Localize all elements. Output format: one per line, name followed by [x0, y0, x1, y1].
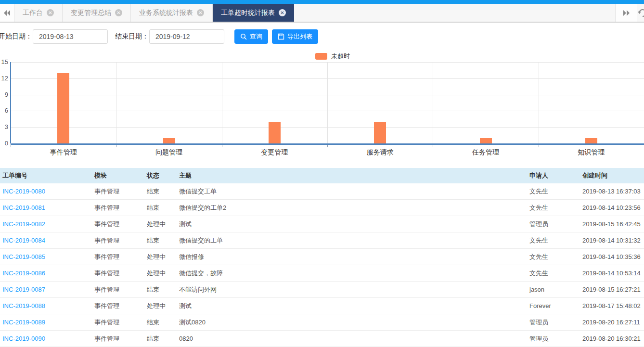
cell-模块: 事件管理 — [92, 302, 144, 310]
ticket-link[interactable]: INC-2019-0084 — [2, 237, 45, 244]
category-divider — [116, 62, 116, 143]
table-row-3: INC-2019-0084事件管理结束微信提交的工单文先生2019-08-14 … — [0, 232, 644, 249]
refresh-tabs-button[interactable] — [637, 4, 644, 22]
table-row-5: INC-2019-0086事件管理处理中微信提交，故障文先生2019-08-14… — [0, 265, 644, 282]
cell-状态: 处理中 — [144, 220, 177, 229]
tab-0[interactable]: 工作台✕ — [14, 4, 63, 22]
x-axis-tick — [222, 145, 222, 147]
start-date-input[interactable] — [33, 29, 108, 44]
cell-工单编号: INC-2019-0084 — [0, 237, 92, 244]
search-button-label: 查询 — [250, 32, 262, 41]
cell-状态: 结束 — [144, 236, 177, 245]
cell-工单编号: INC-2019-0090 — [0, 335, 92, 342]
table-header-row: 工单编号模块状态主题申请人创建时间 — [0, 168, 644, 183]
cell-状态: 处理中 — [144, 253, 177, 261]
tab-2[interactable]: 业务系统统计报表✕ — [131, 4, 213, 22]
cell-主题: 测试 — [177, 220, 527, 229]
cell-工单编号: INC-2019-0082 — [0, 220, 92, 228]
cell-主题: 微信提交的工单2 — [177, 204, 527, 212]
x-axis-category-label: 事件管理 — [50, 148, 77, 157]
cell-状态: 处理中 — [144, 269, 177, 278]
cell-创建时间: 2019-08-14 10:35:36 — [580, 253, 644, 260]
table-row-6: INC-2019-0087事件管理结束不能访问外网jason2019-08-15… — [0, 282, 644, 298]
x-axis-category-label: 知识管理 — [578, 148, 605, 157]
ticket-link[interactable]: INC-2019-0088 — [2, 302, 45, 309]
y-axis-tick-label: 0 — [0, 140, 8, 147]
cell-申请人: 文先生 — [527, 269, 580, 278]
ticket-link[interactable]: INC-2019-0089 — [2, 319, 45, 326]
column-header-5: 创建时间 — [580, 171, 644, 180]
cell-创建时间: 2019-08-20 16:30:21 — [580, 335, 644, 342]
ticket-link[interactable]: INC-2019-0080 — [2, 188, 45, 195]
ticket-link[interactable]: INC-2019-0085 — [2, 253, 45, 260]
table-row-4: INC-2019-0085事件管理处理中微信报修文先生2019-08-14 10… — [0, 249, 644, 265]
x-axis-category-label: 变更管理 — [261, 148, 288, 157]
tab-label: 工作台 — [23, 9, 43, 17]
export-list-button[interactable]: 导出列表 — [272, 29, 318, 44]
cell-状态: 结束 — [144, 204, 177, 212]
search-icon — [240, 33, 247, 40]
y-axis-tick-label: 6 — [0, 107, 8, 114]
tab-close-icon[interactable]: ✕ — [197, 9, 204, 16]
column-header-4: 申请人 — [527, 171, 580, 180]
scroll-tabs-left-button[interactable] — [0, 4, 14, 22]
cell-主题: 不能访问外网 — [177, 285, 527, 294]
bar-服务请求 — [374, 122, 386, 143]
tab-3[interactable]: 工单超时统计报表✕ — [213, 4, 294, 22]
column-header-3: 主题 — [177, 171, 527, 180]
ticket-link[interactable]: INC-2019-0082 — [2, 220, 45, 228]
tab-close-icon[interactable]: ✕ — [115, 9, 122, 16]
ticket-link[interactable]: INC-2019-0090 — [2, 335, 45, 342]
ticket-link[interactable]: INC-2019-0081 — [2, 204, 45, 211]
cell-状态: 处理中 — [144, 302, 177, 310]
y-axis-tick-label: 3 — [0, 123, 8, 130]
cell-工单编号: INC-2019-0080 — [0, 188, 92, 195]
cell-申请人: 管理员 — [527, 334, 580, 343]
category-divider — [433, 62, 433, 143]
ticket-link[interactable]: INC-2019-0087 — [2, 286, 45, 293]
start-date-label: 开始日期： — [0, 32, 32, 41]
bar-变更管理 — [269, 122, 281, 143]
cell-状态: 结束 — [144, 334, 177, 343]
tab-bar: 工作台✕变更管理总结✕业务系统统计报表✕工单超时统计报表✕ — [0, 4, 644, 23]
cell-申请人: 管理员 — [527, 318, 580, 327]
column-header-1: 模块 — [92, 171, 144, 180]
table-row-0: INC-2019-0080事件管理结束微信提交工单文先生2019-08-13 1… — [0, 183, 644, 200]
cell-主题: 微信提交工单 — [177, 187, 527, 196]
end-date-input[interactable] — [149, 29, 224, 44]
table-body: INC-2019-0080事件管理结束微信提交工单文先生2019-08-13 1… — [0, 183, 644, 347]
cell-主题: 测试 — [177, 302, 527, 310]
cell-模块: 事件管理 — [92, 220, 144, 229]
cell-创建时间: 2019-08-13 16:37:03 — [580, 188, 644, 195]
cell-主题: 微信提交，故障 — [177, 269, 527, 278]
category-divider — [327, 62, 328, 143]
cell-状态: 结束 — [144, 318, 177, 327]
tab-close-icon[interactable]: ✕ — [47, 9, 54, 16]
double-chevron-left-icon — [3, 10, 11, 16]
tab-close-icon[interactable]: ✕ — [279, 9, 286, 16]
cell-创建时间: 2019-08-14 10:53:14 — [580, 270, 644, 277]
save-export-icon — [278, 33, 284, 40]
column-header-2: 状态 — [144, 171, 177, 180]
x-axis-category-label: 问题管理 — [155, 148, 182, 157]
scroll-tabs-right-button[interactable] — [615, 4, 637, 22]
cell-工单编号: INC-2019-0089 — [0, 319, 92, 326]
filter-bar: 开始日期： 结束日期： 查询 导出列表 — [0, 29, 644, 44]
tab-label: 变更管理总结 — [71, 9, 111, 17]
cell-模块: 事件管理 — [92, 269, 144, 278]
x-axis-tick — [433, 145, 433, 147]
search-button[interactable]: 查询 — [234, 29, 268, 44]
x-axis-tick — [11, 145, 11, 147]
tab-label: 业务系统统计报表 — [139, 9, 193, 17]
cell-工单编号: INC-2019-0085 — [0, 253, 92, 260]
y-axis-tick-label: 9 — [0, 91, 8, 98]
x-axis-tick — [327, 145, 328, 147]
cell-工单编号: INC-2019-0088 — [0, 302, 92, 309]
cell-申请人: 文先生 — [527, 236, 580, 245]
bar-知识管理 — [585, 138, 597, 143]
cell-申请人: jason — [527, 286, 580, 293]
tab-1[interactable]: 变更管理总结✕ — [63, 4, 131, 22]
cell-模块: 事件管理 — [92, 253, 144, 261]
ticket-link[interactable]: INC-2019-0086 — [2, 270, 45, 277]
cell-创建时间: 2019-08-15 16:42:45 — [580, 220, 644, 228]
